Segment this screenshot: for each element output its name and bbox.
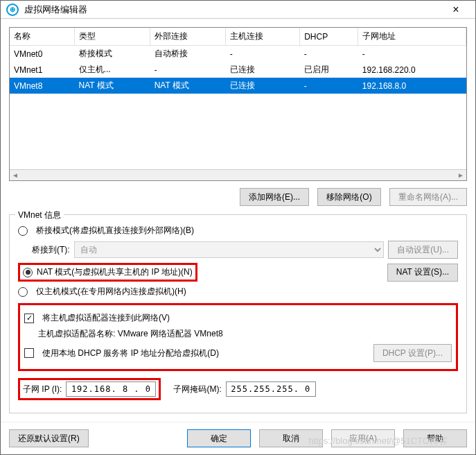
connect-host-checkbox[interactable] xyxy=(24,314,34,323)
close-button[interactable]: × xyxy=(442,3,470,16)
scroll-left-icon[interactable]: ◄ xyxy=(10,171,21,179)
use-dhcp-checkbox[interactable] xyxy=(24,348,34,358)
col-header[interactable]: DHCP xyxy=(300,28,358,46)
col-header[interactable]: 子网地址 xyxy=(358,28,466,46)
subnet-mask-input[interactable] xyxy=(226,381,316,397)
col-header[interactable]: 主机连接 xyxy=(226,28,300,46)
bridged-label: 桥接模式(将虚拟机直接连接到外部网络)(B) xyxy=(36,225,194,237)
ok-button[interactable]: 确定 xyxy=(187,429,251,447)
table-row[interactable]: VMnet1仅主机...-已连接已启用192.168.220.0 xyxy=(10,62,466,78)
subnet-ip-input[interactable] xyxy=(66,381,156,397)
nat-radio[interactable] xyxy=(23,268,33,277)
dhcp-settings-button: DHCP 设置(P)... xyxy=(373,344,452,362)
auto-settings-button: 自动设置(U)... xyxy=(388,241,458,259)
help-button[interactable]: 帮助 xyxy=(403,429,467,447)
rename-network-button: 重命名网络(A)... xyxy=(389,188,467,206)
bridge-to-select: 自动 xyxy=(74,241,385,258)
h-scrollbar[interactable]: ◄ ► xyxy=(10,169,466,180)
use-dhcp-label: 使用本地 DHCP 服务将 IP 地址分配给虚拟机(D) xyxy=(42,347,219,359)
remove-network-button[interactable]: 移除网络(O) xyxy=(317,188,381,206)
table-row[interactable]: VMnet8NAT 模式NAT 模式已连接-192.168.8.0 xyxy=(10,78,466,94)
fieldset-legend: VMnet 信息 xyxy=(15,209,64,221)
hostonly-radio[interactable] xyxy=(18,287,28,297)
cancel-button[interactable]: 取消 xyxy=(259,429,323,447)
bridged-radio[interactable] xyxy=(18,226,28,236)
window-title: 虚拟网络编辑器 xyxy=(24,3,442,16)
apply-button: 应用(A) xyxy=(331,429,395,447)
subnet-ip-label: 子网 IP (I): xyxy=(23,384,62,395)
network-table[interactable]: 名称类型外部连接主机连接DHCP子网地址 VMnet0桥接模式自动桥接---VM… xyxy=(9,27,467,181)
adapter-name-label: 主机虚拟适配器名称: VMware 网络适配器 VMnet8 xyxy=(38,328,223,340)
app-icon: ⊕ xyxy=(6,3,19,16)
connect-host-label: 将主机虚拟适配器连接到此网络(V) xyxy=(42,312,170,324)
vmnet-info-group: VMnet 信息 桥接模式(将虚拟机直接连接到外部网络)(B) 桥接到(T): … xyxy=(9,214,467,413)
subnet-mask-label: 子网掩码(M): xyxy=(173,384,221,395)
col-header[interactable]: 外部连接 xyxy=(150,28,226,46)
add-network-button[interactable]: 添加网络(E)... xyxy=(240,188,309,206)
bridge-to-label: 桥接到(T): xyxy=(32,244,70,256)
col-header[interactable]: 类型 xyxy=(75,28,150,46)
nat-settings-button[interactable]: NAT 设置(S)... xyxy=(387,264,458,282)
restore-defaults-button[interactable]: 还原默认设置(R) xyxy=(9,429,89,447)
col-header[interactable]: 名称 xyxy=(10,28,75,46)
table-row[interactable]: VMnet0桥接模式自动桥接--- xyxy=(10,46,466,62)
scroll-right-icon[interactable]: ► xyxy=(455,171,466,179)
nat-label: NAT 模式(与虚拟机共享主机的 IP 地址)(N) xyxy=(37,266,193,278)
hostonly-label: 仅主机模式(在专用网络内连接虚拟机)(H) xyxy=(36,286,186,298)
